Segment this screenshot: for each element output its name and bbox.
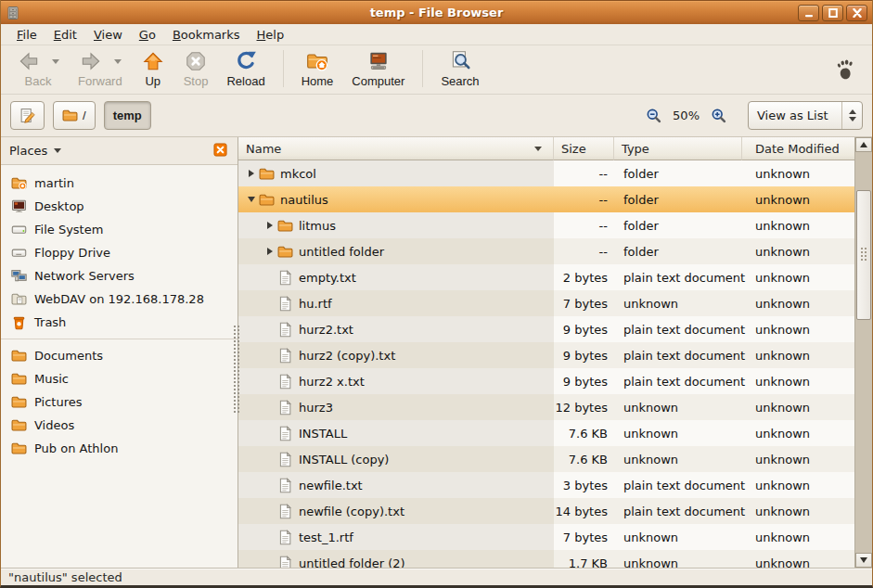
- remote-folder-icon: [11, 291, 27, 307]
- menubar: FileEditViewGoBookmarksHelp: [1, 24, 872, 45]
- column-header-date-modified[interactable]: Date Modified: [742, 137, 854, 160]
- file-type: unknown: [623, 297, 678, 311]
- zoom-in-button[interactable]: [711, 108, 726, 123]
- table-row[interactable]: empty.txt2 bytesplain text documentunkno…: [238, 264, 872, 290]
- table-row[interactable]: newfile.txt3 bytesplain text documentunk…: [238, 472, 872, 498]
- menu-view[interactable]: View: [85, 26, 131, 44]
- file-name: INSTALL: [299, 427, 347, 441]
- sidebar-item-videos[interactable]: Videos: [1, 414, 238, 437]
- view-mode-selector[interactable]: View as List: [748, 101, 863, 130]
- sidebar-item-pictures[interactable]: Pictures: [1, 390, 238, 414]
- view-mode-spinner[interactable]: [841, 102, 862, 129]
- expander-icon[interactable]: [244, 197, 259, 202]
- table-row[interactable]: mkcol--folderunknown: [238, 160, 872, 186]
- column-header-name[interactable]: Name: [238, 137, 554, 160]
- table-row[interactable]: hurz312 bytesunknownunknown: [238, 394, 872, 420]
- scroll-up-button[interactable]: [855, 137, 872, 152]
- expander-icon[interactable]: [263, 248, 277, 255]
- column-header-size[interactable]: Size: [554, 137, 614, 160]
- places-selector[interactable]: Places: [9, 144, 61, 158]
- zoom-out-button[interactable]: [646, 108, 661, 123]
- toolbar-forward-button: Forward: [70, 47, 131, 90]
- file-date: unknown: [755, 245, 810, 259]
- file-icon: [277, 270, 293, 286]
- file-name: test_1.rtf: [299, 530, 353, 544]
- expander-icon[interactable]: [263, 222, 277, 229]
- table-row[interactable]: untitled folder (2)1.7 KBunknownunknown: [238, 550, 872, 568]
- edit-location-button[interactable]: [10, 101, 45, 130]
- cell-size: 7.6 KB: [554, 420, 614, 446]
- menu-bookmarks[interactable]: Bookmarks: [164, 26, 249, 44]
- table-row[interactable]: INSTALL7.6 KBunknownunknown: [238, 420, 872, 446]
- path-root-button[interactable]: /: [53, 101, 96, 130]
- scrollbar-thumb[interactable]: [856, 190, 871, 320]
- floppy-icon: [11, 245, 27, 261]
- titlebar[interactable]: temp - File Browser: [1, 0, 872, 24]
- minimize-button[interactable]: [798, 5, 819, 21]
- sidebar-item-floppy-drive[interactable]: Floppy Drive: [1, 241, 238, 264]
- cell-size: 7.6 KB: [554, 446, 614, 472]
- file-date: unknown: [755, 193, 810, 207]
- table-row[interactable]: litmus--folderunknown: [238, 212, 872, 238]
- scrollbar-track[interactable]: [855, 152, 872, 553]
- file-size: 2 bytes: [563, 271, 608, 285]
- column-header-type[interactable]: Type: [614, 137, 742, 160]
- toolbar-reload-button[interactable]: Reload: [218, 47, 273, 90]
- menu-edit[interactable]: Edit: [45, 26, 85, 44]
- sidebar-item-music[interactable]: Music: [1, 367, 238, 390]
- expander-icon[interactable]: [244, 170, 259, 177]
- toolbar-up-button[interactable]: Up: [133, 47, 173, 90]
- menu-file[interactable]: File: [8, 26, 45, 44]
- cell-size: --: [554, 238, 614, 264]
- table-row[interactable]: hurz2 (copy).txt9 bytesplain text docume…: [238, 342, 872, 368]
- table-row[interactable]: untitled folder--folderunknown: [238, 238, 872, 264]
- file-size: 7.6 KB: [569, 453, 608, 467]
- toolbar-computer-button[interactable]: Computer: [343, 47, 413, 90]
- sidebar-item-documents[interactable]: Documents: [1, 344, 238, 367]
- cell-date: unknown: [742, 368, 872, 394]
- network-icon: [11, 268, 27, 284]
- gnome-foot-icon: [832, 57, 857, 82]
- status-bar: "nautilus" selected: [1, 568, 872, 585]
- maximize-button[interactable]: [822, 5, 843, 21]
- table-row[interactable]: newfile (copy).txt14 bytesplain text doc…: [238, 498, 872, 524]
- sidebar-item-desktop[interactable]: Desktop: [1, 195, 238, 218]
- table-row[interactable]: nautilus--folderunknown: [238, 186, 872, 212]
- toolbar-separator: [283, 50, 284, 87]
- cell-date: unknown: [742, 394, 872, 420]
- folder-icon: [11, 441, 27, 456]
- sidebar-item-webdav-on-192-168-178-28[interactable]: WebDAV on 192.168.178.28: [1, 288, 238, 311]
- table-row[interactable]: hurz2.txt9 bytesplain text documentunkno…: [238, 316, 872, 342]
- menu-go[interactable]: Go: [131, 26, 164, 44]
- sidebar-item-file-system[interactable]: File System: [1, 218, 238, 241]
- sidebar-item-martin[interactable]: martin: [1, 172, 238, 195]
- toolbar-search-button[interactable]: Search: [432, 47, 487, 90]
- reload-icon: [234, 49, 258, 73]
- table-row[interactable]: INSTALL (copy)7.6 KBunknownunknown: [238, 446, 872, 472]
- cell-type: unknown: [614, 394, 742, 420]
- table-row[interactable]: test_1.rtf7 bytesunknownunknown: [238, 524, 872, 550]
- sidebar-item-pub-on-athlon[interactable]: Pub on Athlon: [1, 437, 238, 460]
- triangle-closed-icon: [267, 222, 273, 229]
- cell-size: 9 bytes: [554, 368, 614, 394]
- sidebar-item-network-servers[interactable]: Network Servers: [1, 264, 238, 288]
- path-current-button[interactable]: temp: [104, 101, 151, 130]
- sort-descending-icon: [534, 147, 542, 151]
- sidebar-item-trash[interactable]: Trash: [1, 311, 238, 334]
- file-type: unknown: [623, 453, 678, 467]
- cell-size: --: [554, 186, 614, 212]
- file-size: 7 bytes: [563, 530, 608, 544]
- search-icon: [448, 49, 472, 73]
- file-icon: [277, 400, 293, 415]
- pane-divider-grip[interactable]: [233, 325, 240, 414]
- cell-name: mkcol: [238, 160, 554, 186]
- table-row[interactable]: hurz2 x.txt9 bytesplain text documentunk…: [238, 368, 872, 394]
- toolbar-home-button[interactable]: Home: [293, 47, 342, 90]
- sidebar-close-button[interactable]: [213, 143, 229, 159]
- file-name: hurz3: [299, 401, 333, 415]
- scroll-down-button[interactable]: [855, 553, 872, 568]
- menu-help[interactable]: Help: [249, 26, 293, 44]
- close-button[interactable]: [846, 5, 867, 21]
- table-row[interactable]: hu.rtf7 bytesunknownunknown: [238, 290, 872, 316]
- cell-size: 14 bytes: [554, 498, 614, 524]
